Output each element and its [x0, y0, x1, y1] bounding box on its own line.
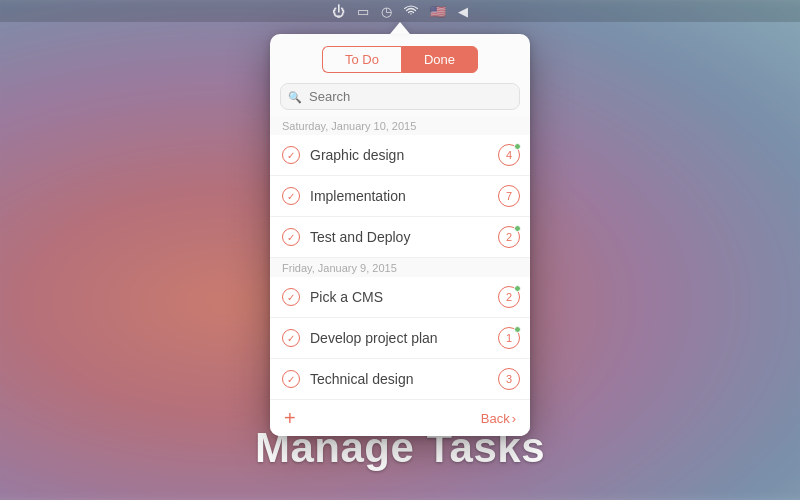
popup-arrow	[390, 22, 410, 34]
back-arrow-icon: ◀	[458, 4, 468, 19]
check-icon: ✓	[282, 228, 300, 246]
task-item[interactable]: ✓ Pick a CMS 2	[270, 277, 530, 318]
badge-dot	[514, 285, 521, 292]
power-icon: ⏻	[332, 4, 345, 19]
task-badge: 2	[498, 286, 520, 308]
clock-icon: ◷	[381, 4, 392, 19]
wifi-icon	[404, 4, 418, 19]
check-icon: ✓	[282, 187, 300, 205]
menu-bar: ⏻ ▭ ◷ 🇺🇸 ◀	[0, 0, 800, 22]
task-label: Test and Deploy	[310, 229, 498, 245]
tab-todo[interactable]: To Do	[322, 46, 401, 73]
chevron-right-icon: ›	[512, 411, 516, 426]
popup-footer: + Back ›	[270, 400, 530, 436]
badge-dot	[514, 143, 521, 150]
section-header-2: Friday, January 9, 2015	[270, 258, 530, 277]
section-header-1: Saturday, January 10, 2015	[270, 116, 530, 135]
task-item[interactable]: ✓ Test and Deploy 2	[270, 217, 530, 258]
search-input[interactable]	[280, 83, 520, 110]
badge-dot	[514, 225, 521, 232]
task-badge: 1	[498, 327, 520, 349]
tab-bar: To Do Done	[270, 34, 530, 83]
task-badge: 7	[498, 185, 520, 207]
task-badge: 2	[498, 226, 520, 248]
search-bar: 🔍	[280, 83, 520, 110]
back-button[interactable]: Back ›	[481, 411, 516, 426]
add-button[interactable]: +	[284, 408, 296, 428]
check-icon: ✓	[282, 146, 300, 164]
tab-done[interactable]: Done	[401, 46, 478, 73]
task-label: Pick a CMS	[310, 289, 498, 305]
badge-dot	[514, 326, 521, 333]
task-badge: 4	[498, 144, 520, 166]
task-badge: 3	[498, 368, 520, 390]
search-icon: 🔍	[288, 90, 302, 103]
task-item[interactable]: ✓ Develop project plan 1	[270, 318, 530, 359]
task-label: Implementation	[310, 188, 498, 204]
task-label: Technical design	[310, 371, 498, 387]
check-icon: ✓	[282, 329, 300, 347]
check-icon: ✓	[282, 288, 300, 306]
task-item[interactable]: ✓ Technical design 3	[270, 359, 530, 400]
flag-icon: 🇺🇸	[430, 4, 446, 19]
check-icon: ✓	[282, 370, 300, 388]
screen-icon: ▭	[357, 4, 369, 19]
popup-card: To Do Done 🔍 Saturday, January 10, 2015 …	[270, 34, 530, 436]
task-label: Graphic design	[310, 147, 498, 163]
task-label: Develop project plan	[310, 330, 498, 346]
task-item[interactable]: ✓ Implementation 7	[270, 176, 530, 217]
task-item[interactable]: ✓ Graphic design 4	[270, 135, 530, 176]
